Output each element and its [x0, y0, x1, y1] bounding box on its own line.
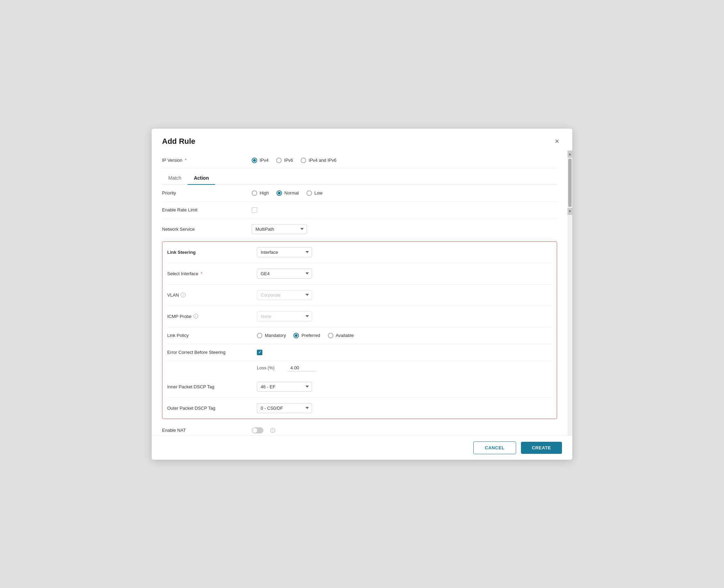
loss-row: Loss (%) [167, 361, 552, 376]
loss-label: Loss (%) [257, 365, 274, 370]
ip-version-ipv6-option[interactable]: IPv6 [276, 158, 293, 163]
network-service-row: Network Service MultiPath Direct VPN [162, 219, 557, 240]
outer-dscp-label: Outer Packet DSCP Tag [167, 406, 257, 411]
link-steering-section: Link Steering Interface SD-WAN Zone None… [162, 241, 557, 419]
priority-label: Priority [162, 190, 252, 196]
dialog-title: Add Rule [162, 137, 195, 146]
inner-dscp-label: Inner Packet DSCP Tag [167, 384, 257, 389]
scrollbar-thumb[interactable] [568, 159, 572, 207]
dialog-content: IP Version* IPv4 IPv6 IPv4 and IPv6 [152, 150, 567, 436]
enable-rate-limit-control [252, 207, 557, 213]
link-policy-label: Link Policy [167, 333, 257, 338]
priority-low-option[interactable]: Low [306, 190, 323, 196]
low-radio[interactable] [306, 190, 312, 196]
enable-rate-limit-checkbox[interactable] [252, 207, 257, 213]
outer-dscp-control: 0 - CS0/DF 46 - EF 10 - AF11 [257, 403, 552, 413]
scrollbar-down-button[interactable]: ▼ [567, 208, 572, 215]
normal-radio[interactable] [276, 190, 282, 196]
icmp-probe-control: None Probe1 [257, 311, 552, 321]
ipv6-radio[interactable] [276, 158, 282, 163]
select-interface-select[interactable]: GE4 GE1 GE2 GE3 [257, 269, 312, 279]
ip-version-ipv4-option[interactable]: IPv4 [252, 158, 269, 163]
vlan-select[interactable]: Corporate None [257, 290, 312, 300]
error-correct-control [257, 350, 552, 355]
select-interface-label: Select Interface* [167, 271, 257, 276]
error-correct-row: Error Correct Before Steering [167, 344, 552, 361]
link-steering-label: Link Steering [167, 250, 257, 255]
mandatory-label: Mandatory [265, 333, 286, 338]
link-policy-mandatory-option[interactable]: Mandatory [257, 333, 286, 338]
normal-label: Normal [284, 190, 299, 196]
priority-radio-group: High Normal Low [252, 190, 557, 196]
vlan-row: VLAN i Corporate None [167, 285, 552, 306]
preferred-radio[interactable] [293, 333, 299, 338]
ip-version-row: IP Version* IPv4 IPv6 IPv4 and IPv6 [162, 155, 557, 168]
priority-row: Priority High Normal Low [162, 185, 557, 202]
priority-normal-option[interactable]: Normal [276, 190, 299, 196]
inner-dscp-select[interactable]: 46 - EF 0 - CS0/DF 10 - AF11 [257, 382, 312, 392]
enable-rate-limit-row: Enable Rate Limit [162, 202, 557, 219]
high-label: High [260, 190, 269, 196]
ipv6-label: IPv6 [284, 158, 293, 163]
available-radio[interactable] [328, 333, 333, 338]
tab-match[interactable]: Match [162, 172, 188, 185]
select-interface-control: GE4 GE1 GE2 GE3 [257, 269, 552, 279]
inner-dscp-control: 46 - EF 0 - CS0/DF 10 - AF11 [257, 382, 552, 392]
vlan-label: VLAN i [167, 292, 257, 298]
scrollbar-track: ▲ ▼ [567, 150, 572, 436]
enable-rate-limit-label: Enable Rate Limit [162, 207, 252, 212]
ipv4v6-radio[interactable] [301, 158, 306, 163]
ip-version-ipv4v6-option[interactable]: IPv4 and IPv6 [301, 158, 336, 163]
ip-version-label: IP Version* [162, 158, 252, 163]
network-service-control: MultiPath Direct VPN [252, 224, 557, 234]
error-correct-checkbox[interactable] [257, 350, 262, 355]
outer-dscp-select[interactable]: 0 - CS0/DF 46 - EF 10 - AF11 [257, 403, 312, 413]
link-policy-row: Link Policy Mandatory Preferred Avail [167, 327, 552, 344]
dialog-body: IP Version* IPv4 IPv6 IPv4 and IPv6 [152, 150, 572, 436]
icmp-probe-label: ICMP Probe i [167, 314, 257, 319]
dialog-footer: CANCEL CREATE [152, 436, 572, 460]
add-rule-dialog: Add Rule × IP Version* IPv4 IPv6 [152, 129, 572, 460]
inner-dscp-row: Inner Packet DSCP Tag 46 - EF 0 - CS0/DF… [167, 376, 552, 398]
vlan-info-icon: i [181, 292, 185, 297]
link-policy-radio-group: Mandatory Preferred Available [257, 333, 552, 338]
close-button[interactable]: × [552, 136, 562, 147]
tab-action[interactable]: Action [188, 172, 215, 185]
outer-dscp-row: Outer Packet DSCP Tag 0 - CS0/DF 46 - EF… [167, 398, 552, 419]
priority-high-option[interactable]: High [252, 190, 269, 196]
cancel-button[interactable]: CANCEL [473, 441, 516, 454]
create-button[interactable]: CREATE [521, 442, 562, 454]
enable-nat-toggle[interactable] [252, 427, 263, 433]
icmp-probe-row: ICMP Probe i None Probe1 [167, 306, 552, 327]
vlan-control: Corporate None [257, 290, 552, 300]
mandatory-radio[interactable] [257, 333, 262, 338]
network-service-label: Network Service [162, 227, 252, 232]
loss-input[interactable] [288, 365, 316, 371]
error-correct-label: Error Correct Before Steering [167, 350, 257, 355]
enable-nat-info-icon: i [270, 428, 275, 433]
scrollbar-up-button[interactable]: ▲ [567, 151, 572, 158]
available-label: Available [336, 333, 354, 338]
link-policy-available-option[interactable]: Available [328, 333, 354, 338]
tabs: Match Action [162, 172, 557, 185]
ipv4-radio[interactable] [252, 158, 257, 163]
select-interface-row: Select Interface* GE4 GE1 GE2 GE3 [167, 263, 552, 285]
link-steering-row: Link Steering Interface SD-WAN Zone None [167, 242, 552, 263]
enable-nat-label: Enable NAT [162, 428, 252, 433]
link-policy-preferred-option[interactable]: Preferred [293, 333, 320, 338]
ipv4-label: IPv4 [260, 158, 269, 163]
link-steering-select[interactable]: Interface SD-WAN Zone None [257, 247, 312, 257]
dialog-header: Add Rule × [152, 129, 572, 150]
icmp-probe-info-icon: i [193, 314, 198, 319]
low-label: Low [314, 190, 323, 196]
icmp-probe-select[interactable]: None Probe1 [257, 311, 312, 321]
preferred-label: Preferred [301, 333, 320, 338]
ip-version-radio-group: IPv4 IPv6 IPv4 and IPv6 [252, 158, 557, 163]
ipv4v6-label: IPv4 and IPv6 [309, 158, 336, 163]
enable-nat-row: Enable NAT i [162, 422, 557, 436]
link-steering-control: Interface SD-WAN Zone None [257, 247, 552, 257]
high-radio[interactable] [252, 190, 257, 196]
network-service-select[interactable]: MultiPath Direct VPN [252, 224, 307, 234]
